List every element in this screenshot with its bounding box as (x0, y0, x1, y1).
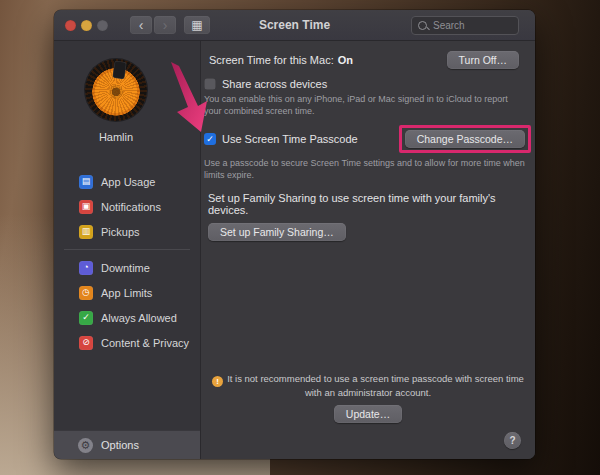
annotation-highlight-box: Change Passcode… (399, 125, 531, 153)
main-content: Screen Time for this Mac: On Turn Off… S… (201, 41, 535, 459)
sidebar-item-always-allowed[interactable]: ✓ Always Allowed (54, 305, 200, 330)
sidebar-divider (64, 249, 190, 250)
update-button[interactable]: Update… (334, 405, 402, 423)
sidebar-item-downtime[interactable]: ◔ Downtime (54, 255, 200, 280)
content-privacy-icon: ⊘ (79, 336, 93, 350)
family-sharing-text: Set up Family Sharing to use screen time… (208, 192, 527, 216)
app-usage-icon: ▤ (79, 175, 93, 189)
close-button[interactable] (65, 20, 76, 31)
nav-history-buttons: ‹ › (130, 16, 176, 34)
sidebar: Hamlin ▤ App Usage ▣ Notifications ▥ Pic… (54, 41, 201, 459)
search-input[interactable] (431, 19, 512, 32)
share-devices-label: Share across devices (222, 78, 327, 90)
search-field[interactable] (411, 16, 519, 35)
screen-time-preferences-window: ‹ › ▦ Screen Time Hamlin ▤ App Usage ▣ N… (54, 10, 535, 459)
warning-text: It is not recommended to use a screen ti… (227, 373, 524, 399)
sidebar-item-pickups[interactable]: ▥ Pickups (54, 219, 200, 244)
title-bar: ‹ › ▦ Screen Time (54, 10, 535, 41)
status-row: Screen Time for this Mac: On Turn Off… (209, 51, 519, 69)
update-row: Update… (201, 405, 535, 423)
sidebar-item-app-limits[interactable]: ◷ App Limits (54, 280, 200, 305)
family-sharing-row: Set up Family Sharing… (208, 223, 535, 241)
passcode-checkbox[interactable]: ✓ (204, 133, 216, 145)
show-all-button[interactable]: ▦ (184, 16, 210, 34)
status-label: Screen Time for this Mac: (209, 54, 334, 66)
grid-icon: ▦ (191, 19, 202, 31)
search-icon (418, 21, 427, 30)
passcode-label: Use Screen Time Passcode (222, 133, 358, 145)
share-devices-row: Share across devices (204, 78, 535, 90)
change-passcode-button[interactable]: Change Passcode… (405, 130, 525, 148)
passcode-row: ✓ Use Screen Time Passcode Change Passco… (204, 125, 531, 153)
pickups-icon: ▥ (79, 225, 93, 239)
sidebar-item-label: App Limits (101, 287, 152, 299)
sidebar-item-options[interactable]: ⚙ Options (54, 430, 200, 459)
turn-off-button[interactable]: Turn Off… (447, 51, 519, 69)
status-value: On (338, 54, 353, 66)
passcode-caption: Use a passcode to secure Screen Time set… (204, 157, 527, 181)
sidebar-item-label: Content & Privacy (101, 337, 189, 349)
sidebar-item-notifications[interactable]: ▣ Notifications (54, 194, 200, 219)
always-allowed-icon: ✓ (79, 311, 93, 325)
help-button[interactable]: ? (504, 432, 521, 449)
sidebar-item-label: App Usage (101, 176, 155, 188)
sidebar-item-label: Always Allowed (101, 312, 177, 324)
chevron-left-icon: ‹ (139, 18, 144, 32)
notifications-icon: ▣ (79, 200, 93, 214)
gear-icon: ⚙ (78, 438, 93, 453)
minimize-button[interactable] (81, 20, 92, 31)
forward-button[interactable]: › (154, 16, 176, 34)
user-name: Hamlin (54, 131, 178, 143)
window-controls (65, 20, 108, 31)
share-devices-caption: You can enable this on any iPhone, iPad … (204, 93, 527, 117)
sidebar-item-app-usage[interactable]: ▤ App Usage (54, 169, 200, 194)
sidebar-item-label: Downtime (101, 262, 150, 274)
sidebar-item-label: Pickups (101, 226, 140, 238)
sidebar-item-label: Notifications (101, 201, 161, 213)
sidebar-nav: ▤ App Usage ▣ Notifications ▥ Pickups ◔ … (54, 169, 200, 355)
chevron-right-icon: › (163, 18, 168, 32)
admin-warning: !It is not recommended to use a screen t… (207, 373, 529, 400)
back-button[interactable]: ‹ (130, 16, 152, 34)
options-label: Options (101, 439, 139, 451)
desktop-wallpaper: { "titlebar": { "title": "Screen Time", … (0, 0, 600, 475)
sidebar-item-content-privacy[interactable]: ⊘ Content & Privacy (54, 330, 200, 355)
check-icon: ✓ (206, 135, 214, 144)
app-limits-icon: ◷ (79, 286, 93, 300)
warning-icon: ! (212, 376, 223, 387)
user-avatar (85, 59, 147, 121)
downtime-icon: ◔ (79, 261, 93, 275)
share-devices-checkbox[interactable] (204, 78, 216, 90)
setup-family-sharing-button[interactable]: Set up Family Sharing… (208, 223, 346, 241)
zoom-button[interactable] (97, 20, 108, 31)
